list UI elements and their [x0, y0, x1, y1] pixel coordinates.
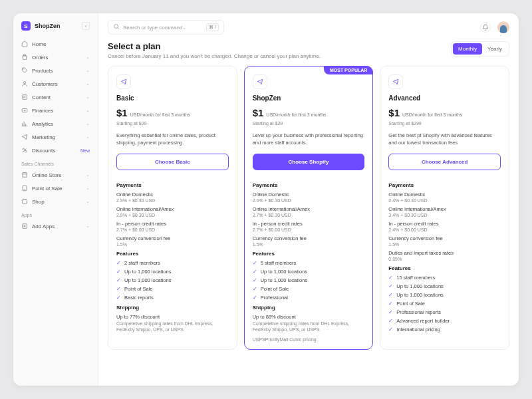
chevron-down-icon: ⌄ — [86, 121, 90, 126]
sidebar-item-orders[interactable]: Orders ⌄ — [19, 51, 92, 64]
plan-description: Get the best pf Shopify with advanced fe… — [388, 132, 501, 147]
payment-line-sub: 0.85% — [388, 257, 501, 261]
check-icon: ✓ — [116, 260, 121, 266]
feature-item: ✓Up to 1,000 locations — [388, 292, 501, 298]
sidebar-item-badge: New — [80, 148, 90, 153]
search-icon — [113, 23, 120, 31]
sidebar-item-add-apps[interactable]: Add Apps ⌄ — [19, 219, 92, 233]
page-title: Select a plan — [108, 41, 321, 51]
check-icon: ✓ — [388, 327, 393, 332]
sidebar-item-point-of-sale[interactable]: Point of Sale ⌄ — [19, 182, 92, 195]
chevron-down-icon: ⌄ — [86, 186, 90, 191]
shop-icon — [21, 198, 28, 205]
payment-line: Duties and import taxes rates — [388, 250, 501, 256]
plan-icon — [116, 74, 131, 89]
check-icon: ✓ — [253, 286, 257, 292]
sidebar-item-analytics[interactable]: Analytics ⌄ — [19, 117, 92, 130]
finances-icon — [21, 107, 28, 114]
svg-point-6 — [25, 150, 27, 152]
sidebar-item-customers[interactable]: Customers ⌄ — [19, 77, 92, 90]
feature-item: ✓Basic reports — [116, 295, 229, 301]
customers-icon — [21, 80, 28, 87]
feature-item: ✓Point of Sale — [116, 286, 229, 292]
add-icon — [21, 223, 28, 229]
toggle-yearly[interactable]: Yearly — [482, 43, 507, 55]
check-icon: ✓ — [388, 318, 393, 324]
check-icon: ✓ — [116, 269, 121, 275]
plan-price: $1 — [388, 107, 400, 118]
plan-icon — [253, 74, 267, 89]
choose-plan-button[interactable]: Choose Basic — [116, 154, 229, 170]
payment-line: Currency conversion fee — [253, 235, 365, 241]
shipping-sub: Competetive shipping rates from DHL Expr… — [253, 321, 365, 333]
search-input[interactable]: Search or type command... ⌘ / — [108, 20, 224, 35]
plan-name: Advanced — [388, 94, 501, 102]
payment-line-sub: 2.4% + $0.30 USD — [388, 198, 501, 203]
payment-line-sub: 1.5% — [116, 242, 229, 247]
avatar[interactable] — [497, 21, 509, 33]
section-features: Features — [253, 251, 365, 257]
products-icon — [21, 67, 28, 74]
check-icon: ✓ — [253, 269, 257, 275]
feature-item: ✓Up to 1,000 locations — [388, 283, 501, 289]
check-icon: ✓ — [388, 283, 393, 289]
billing-toggle: Monthly Yearly — [451, 41, 509, 57]
plan-name: ShopZen — [253, 94, 365, 102]
payment-line-sub: 2.6% + $0.30 USD — [253, 198, 365, 203]
sidebar-item-label: Point of Sale — [32, 186, 62, 192]
sidebar-item-shop[interactable]: Shop ⌄ — [19, 195, 92, 208]
payment-line-sub: 2.7% + $0.00 USD — [253, 227, 365, 232]
plan-price: $1 — [116, 107, 128, 118]
content: Select a plan Cancel before January 11 a… — [98, 41, 519, 386]
section-payments: Payments — [253, 182, 365, 188]
choose-plan-button[interactable]: Choose Advanced — [388, 154, 501, 170]
payment-line-sub: 1.5% — [253, 242, 365, 247]
sidebar-item-content[interactable]: Content ⌄ — [19, 90, 92, 104]
section-sales-channels: Sales Channels — [19, 157, 92, 168]
search-shortcut: ⌘ / — [206, 23, 219, 31]
marketing-icon — [21, 134, 28, 140]
plan-starting: Starting at $29 — [253, 121, 365, 126]
section-apps: Apps — [19, 208, 92, 219]
payment-line: Online Domestic — [253, 192, 365, 198]
svg-rect-3 — [22, 109, 27, 112]
sidebar-item-marketing[interactable]: Marketing ⌄ — [19, 130, 92, 144]
payment-line-sub: 2.9% + $0.30 USD — [116, 213, 229, 217]
section-payments: Payments — [388, 182, 501, 188]
plan-price-sub: USD/month for first 3 months — [130, 112, 190, 117]
feature-item: ✓Point of Sale — [388, 301, 501, 307]
payment-line-sub: 1.5% — [388, 242, 501, 247]
toggle-monthly[interactable]: Monthly — [453, 43, 482, 55]
payment-line: Currency conversion fee — [116, 235, 229, 241]
payment-line: In - person credit rates — [253, 221, 365, 227]
notifications-button[interactable] — [480, 22, 491, 33]
chevron-down-icon: ⌄ — [86, 55, 90, 60]
check-icon: ✓ — [388, 275, 393, 281]
pos-icon — [21, 185, 28, 192]
sidebar-item-label: Orders — [32, 55, 48, 61]
section-shipping: Shipping — [253, 305, 365, 311]
collapse-sidebar-button[interactable]: ‹ — [82, 22, 90, 30]
sidebar-item-online-store[interactable]: Online Store ⌄ — [19, 168, 92, 182]
brand-name: ShopZen — [35, 23, 78, 29]
sidebar-item-label: Finances — [32, 108, 53, 114]
payment-line: In - person credit rates — [388, 221, 501, 227]
sidebar-item-label: Marketing — [32, 134, 55, 140]
sidebar-item-discounts[interactable]: Discounts New — [19, 144, 92, 157]
check-icon: ✓ — [116, 295, 121, 301]
chevron-down-icon: ⌄ — [86, 108, 90, 113]
orders-icon — [21, 54, 28, 61]
feature-item: ✓Up to 1,000 locations — [253, 277, 365, 283]
chevron-down-icon: ⌄ — [86, 172, 90, 178]
svg-point-4 — [24, 110, 25, 111]
feature-item: ✓Professional — [253, 295, 365, 301]
section-payments: Payments — [116, 182, 229, 188]
store-icon — [21, 172, 28, 178]
choose-plan-button[interactable]: Choose Shopify — [253, 154, 365, 170]
sidebar-item-finances[interactable]: Finances ⌄ — [19, 104, 92, 117]
sidebar-item-home[interactable]: Home — [19, 37, 92, 51]
sidebar-item-products[interactable]: Products ⌄ — [19, 64, 92, 77]
svg-point-5 — [23, 148, 25, 150]
chevron-down-icon: ⌄ — [86, 68, 90, 73]
plan-name: Basic — [116, 94, 229, 102]
